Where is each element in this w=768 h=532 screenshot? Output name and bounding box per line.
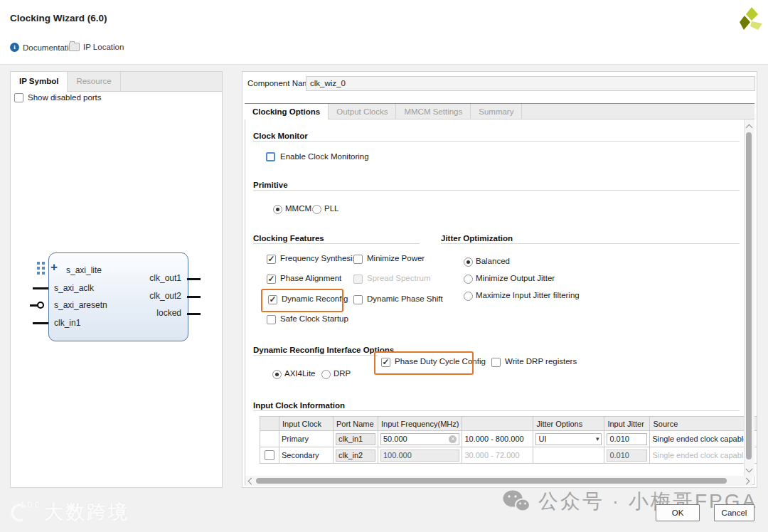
show-disabled-ports-label: Show disabled ports	[28, 93, 102, 102]
phase-alignment-label: Phase Alignment	[280, 274, 341, 282]
port-stub	[187, 313, 201, 315]
horizontal-scrollbar-thumb[interactable]	[256, 478, 727, 484]
table-header-row: Input Clock Port Name Input Frequency(MH…	[260, 417, 757, 431]
write-drp-registers-checkbox[interactable]	[491, 358, 501, 367]
minimize-power-label: Minimize Power	[367, 254, 425, 262]
interface-dots-icon	[37, 272, 40, 275]
maximize-input-jitter-label: Maximize Input Jitter filtering	[476, 291, 580, 299]
component-name-field[interactable]: clk_wiz_0	[306, 76, 755, 91]
port-name-header: Port Name	[334, 417, 378, 431]
write-drp-registers-label: Write DRP registers	[505, 357, 577, 366]
frequency-synthesis-label: Frequency Synthesis	[280, 254, 356, 262]
primary-frequency-range: 10.000 - 800.000	[462, 431, 533, 447]
primary-jitter-option-value: UI	[538, 435, 546, 443]
cancel-button[interactable]: Cancel	[714, 504, 754, 521]
watermark-left-text: 大数跨境	[44, 499, 129, 525]
secondary-jitter-options-cell	[533, 447, 604, 464]
interface-dots-icon	[42, 267, 45, 270]
source-header: Source	[650, 417, 757, 431]
port-stub	[33, 322, 48, 324]
clear-icon[interactable]: ×	[449, 435, 457, 443]
component-name-label: Component Name	[247, 79, 314, 87]
minimize-output-jitter-radio[interactable]	[464, 275, 473, 284]
phase-alignment-checkbox[interactable]	[267, 275, 276, 284]
primary-input-jitter-field[interactable]: 0.010	[607, 433, 647, 445]
wechat-icon	[501, 489, 531, 514]
vendor-pinwheel-logo-icon	[734, 4, 765, 36]
minimize-power-checkbox[interactable]	[353, 255, 363, 264]
clocking-wizard-dialog: Clocking Wizard (6.0) i Documentation IP…	[0, 0, 768, 532]
maximize-input-jitter-radio[interactable]	[464, 292, 473, 301]
ok-button[interactable]: OK	[656, 504, 700, 521]
tab-summary[interactable]: Summary	[471, 104, 522, 119]
port-stub	[187, 296, 201, 298]
secondary-frequency-field: 100.000	[380, 449, 459, 462]
input-clock-header: Input Clock	[279, 417, 334, 431]
tab-mmcm-settings[interactable]: MMCM Settings	[396, 104, 471, 119]
port-label: s_axi_aresetn	[54, 300, 107, 310]
secondary-enable-checkbox[interactable]	[265, 450, 274, 460]
primary-jitter-options-dropdown[interactable]: UI ▾	[535, 433, 602, 445]
table-row-secondary: Secondary clk_in2 100.000 30.000 - 72.00…	[260, 447, 757, 464]
tab-resource[interactable]: Resource	[68, 72, 120, 91]
mmcm-label: MMCM	[285, 204, 311, 213]
balanced-label: Balanced	[476, 257, 510, 265]
dialog-header: Clocking Wizard (6.0) i Documentation IP…	[0, 0, 768, 65]
secondary-port-name-field: clk_in2	[336, 449, 375, 462]
dynamic-phase-shift-label: Dynamic Phase Shift	[367, 294, 443, 303]
info-icon: i	[10, 43, 19, 52]
drp-radio[interactable]	[321, 370, 331, 379]
primary-port-name-field[interactable]: clk_in1	[336, 433, 375, 445]
tab-ip-symbol[interactable]: IP Symbol	[11, 72, 68, 92]
axi4lite-label: AXI4Lite	[284, 369, 315, 378]
secondary-input-jitter-field: 0.010	[607, 449, 647, 462]
watermark-bottom-left: 100 大数跨境	[6, 498, 129, 526]
interface-dots-icon	[37, 267, 40, 270]
input-jitter-header: Input Jitter	[604, 417, 650, 431]
axi4lite-radio[interactable]	[272, 370, 282, 379]
port-label: clk_out1	[114, 273, 181, 283]
primary-frequency-field[interactable]: 50.000 ×	[380, 433, 459, 445]
left-tabbar: IP Symbol Resource	[11, 72, 222, 92]
enable-clock-monitoring-label: Enable Clock Monitoring	[280, 152, 369, 161]
section-jitter-optimization: Jitter Optimization	[441, 234, 513, 243]
spread-spectrum-label: Spread Spectrum	[367, 274, 431, 282]
primary-input-clock: Primary	[279, 431, 334, 447]
svg-text:100: 100	[20, 499, 38, 510]
expand-plus-icon[interactable]: +	[50, 260, 58, 275]
enable-clock-monitoring-checkbox[interactable]	[266, 152, 275, 161]
mmcm-radio[interactable]	[273, 205, 282, 214]
vertical-scrollbar-thumb[interactable]	[746, 132, 752, 459]
balanced-radio[interactable]	[464, 257, 473, 267]
spread-spectrum-checkbox	[353, 275, 363, 284]
range-column-header	[462, 417, 533, 431]
bigdata-logo-icon: 100	[6, 498, 38, 526]
ip-location-link[interactable]: IP Location	[69, 43, 124, 51]
primary-source: Single ended clock capable...	[650, 431, 757, 447]
secondary-input-clock: Secondary	[279, 447, 334, 464]
tab-clocking-options[interactable]: Clocking Options	[245, 104, 329, 119]
ip-location-label: IP Location	[83, 43, 124, 51]
dialog-title: Clocking Wizard (6.0)	[10, 13, 107, 23]
interface-dots-icon	[37, 262, 40, 265]
frequency-synthesis-checkbox[interactable]	[267, 255, 276, 264]
select-column-header	[260, 417, 279, 431]
section-primitive: Primitive	[253, 181, 288, 189]
dynamic-reconfig-highlight	[261, 289, 343, 312]
phase-duty-cycle-highlight	[374, 351, 474, 375]
secondary-source: Single ended clock capabl...	[650, 447, 757, 464]
documentation-link[interactable]: i Documentation	[10, 43, 78, 52]
pll-radio[interactable]	[312, 205, 321, 214]
interface-dots-icon	[42, 262, 45, 265]
dynamic-phase-shift-checkbox[interactable]	[353, 295, 363, 304]
pll-label: PLL	[324, 204, 338, 213]
folder-icon	[69, 43, 80, 51]
jitter-options-header: Jitter Options	[533, 417, 604, 431]
secondary-frequency-range: 30.000 - 72.000	[462, 447, 533, 464]
table-row-primary: Primary clk_in1 50.000 × 10.000 - 800.00…	[260, 431, 757, 447]
safe-clock-startup-checkbox[interactable]	[267, 315, 276, 324]
tab-output-clocks[interactable]: Output Clocks	[329, 104, 396, 119]
show-disabled-ports-checkbox[interactable]	[14, 93, 23, 102]
primary-select-cell	[260, 431, 279, 447]
section-clock-monitor: Clock Monitor	[253, 132, 308, 140]
